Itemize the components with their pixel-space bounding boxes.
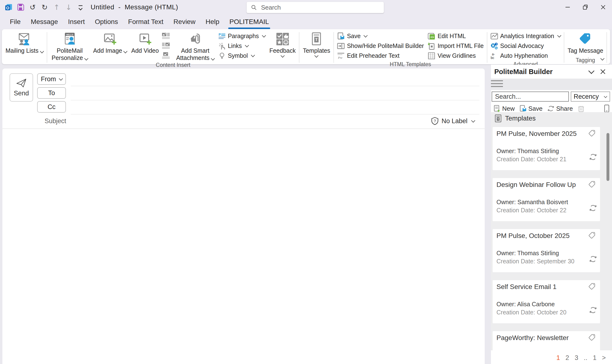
share-template-card-button[interactable] [589,153,597,161]
minimize-button[interactable] [559,0,576,14]
next-page-button[interactable]: > [602,354,606,362]
templates-section-header[interactable]: T Templates [491,112,612,125]
tag-message-button[interactable]: Tag Message [565,31,606,55]
add-video-icon [138,32,152,46]
share-template-card-button[interactable] [589,306,597,314]
image-left-text-layout-button[interactable] [161,32,170,40]
symbol-button[interactable]: Symbol [217,51,266,61]
save-template-panel-button[interactable]: Save [518,104,544,113]
tag-button[interactable] [588,232,597,240]
show-hide-builder-button[interactable]: Show/Hide PoliteMail Builder [336,41,425,51]
page-last-button[interactable]: 1 [593,354,596,362]
down-button[interactable]: ↓ [63,2,74,13]
search-input[interactable] [260,4,379,12]
view-gridlines-button[interactable]: View Gridlines [427,51,484,61]
redo-button[interactable]: ↻ [39,2,50,13]
tag-button[interactable] [588,334,597,342]
tag-button[interactable] [588,283,597,291]
template-owner: Owner: Alisa Carbone [496,301,555,308]
page-2-button[interactable]: 2 [565,354,569,362]
restore-button[interactable] [576,0,594,14]
add-image-button[interactable]: Add Image [91,31,129,55]
outlook-app-button[interactable]: O [3,2,14,13]
social-advocacy-button[interactable]: Social Advocacy [490,41,562,51]
tab-insert[interactable]: Insert [63,16,90,27]
customize-quick-access-button[interactable] [75,2,86,13]
share-icon [589,306,597,314]
mailing-lists-button[interactable]: Mailing Lists [3,31,46,55]
templates-section-title: Templates [505,115,536,122]
builder-collapse-button[interactable] [586,66,597,77]
edit-html-button[interactable]: <> Edit HTML [427,31,484,41]
template-card[interactable]: PageWorthy: Newsletter [493,331,600,350]
from-field[interactable] [71,86,480,86]
up-button[interactable]: ↑ [51,2,62,13]
page-1-button[interactable]: 1 [556,354,560,362]
paragraphs-button[interactable]: P Paragraphs [217,31,266,41]
message-body-editor[interactable] [2,129,485,364]
collapse-ribbon-button[interactable] [599,57,604,61]
tab-review[interactable]: Review [169,16,201,27]
group-label-html-templates: HTML Templates [335,61,485,67]
sort-dropdown[interactable]: Recency [571,91,610,102]
tag-icon [588,283,597,291]
save-quick-button[interactable] [15,2,26,13]
undo-button[interactable]: ↺ [27,2,38,13]
mobile-preview-button[interactable] [604,104,609,113]
share-template-card-button[interactable] [589,255,597,263]
links-button[interactable]: Links [217,41,266,51]
add-video-button[interactable]: Add Video [129,31,161,55]
tab-format-text[interactable]: Format Text [123,16,168,27]
minimize-icon [564,4,571,10]
page-3-button[interactable]: 3 [575,354,578,362]
restore-icon [582,4,588,10]
template-search-input[interactable] [495,93,566,101]
symbol-label: Symbol [228,52,248,59]
tab-politemail[interactable]: POLITEMAIL [224,16,274,27]
template-cards: PM Pulse, November 2025 Owner: Thomas St… [491,125,600,350]
tab-help[interactable]: Help [200,16,224,27]
sensitivity-label-dropdown[interactable]: ? No Label [431,117,475,125]
close-button[interactable] [594,0,612,14]
templates-button[interactable]: T Templates [301,31,332,57]
to-button[interactable]: To [37,87,66,99]
politemail-personalize-button[interactable]: HELLO PoliteMail Personalize [48,31,91,62]
close-icon [600,68,606,75]
ribbon-divider [487,32,487,63]
drag-handle-icon[interactable] [491,80,503,87]
tab-file[interactable]: File [5,16,26,27]
panel-scrollbar-thumb[interactable] [607,133,609,181]
add-smart-attachments-button[interactable]: Add Smart Attachments [174,31,216,62]
from-button[interactable]: From [37,73,66,85]
edit-html-icon: <> [428,32,435,40]
to-field[interactable] [71,100,480,100]
tag-button[interactable] [588,181,597,189]
new-template-button[interactable]: New [492,104,516,113]
edit-preheader-button[interactable]: Pre Edit Preheader Text [336,51,425,61]
tab-message[interactable]: Message [26,16,63,27]
delete-template-button[interactable] [576,104,586,113]
tag-button[interactable] [588,130,597,138]
template-card[interactable]: PM Pulse, October 2025 Owner: Thomas Sti… [493,229,600,272]
feedback-button[interactable]: Feedback [267,31,298,57]
template-card[interactable]: Self Service Email 1 Owner: Alisa Carbon… [493,280,600,323]
template-search-box[interactable] [492,91,569,102]
image-caption-layout-button[interactable] [161,51,170,59]
cc-button[interactable]: Cc [37,101,66,113]
import-html-button[interactable]: Import HTML File [427,41,484,51]
search-bar[interactable] [247,2,384,13]
builder-close-button[interactable] [597,66,609,77]
tab-options[interactable]: Options [90,16,123,27]
analytics-integration-button[interactable]: Analytics Integration [490,31,562,41]
text-left-image-layout-button[interactable] [161,41,170,50]
auto-hyphenation-button[interactable]: a- bc Auto Hyphenation [490,51,562,61]
template-card[interactable]: PM Pulse, November 2025 Owner: Thomas St… [493,127,600,170]
save-template-button[interactable]: Save [336,31,425,41]
cc-field[interactable] [71,114,480,115]
share-template-button[interactable]: Share [546,104,574,113]
share-template-card-button[interactable] [589,204,597,212]
template-title: PM Pulse, October 2025 [496,232,570,240]
send-button[interactable]: Send [10,73,33,102]
ribbon-group-html-templates: Save Show/Hide PoliteMail Builder [335,31,485,64]
template-card[interactable]: Design Webinar Follow Up Owner: Samantha… [493,178,600,221]
